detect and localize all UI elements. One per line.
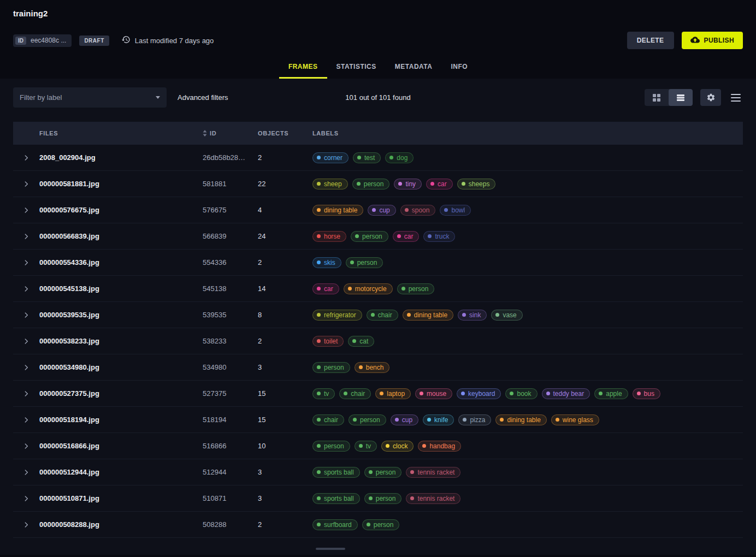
- label-chip: cup: [391, 414, 418, 425]
- label-chip-text: motorcycle: [355, 285, 387, 293]
- label-chip-text: chair: [324, 416, 338, 424]
- cloud-upload-icon: [690, 37, 700, 44]
- column-header-id[interactable]: ID: [203, 130, 258, 137]
- label-chip: bowl: [440, 205, 471, 216]
- label-chip: sheep: [312, 179, 348, 189]
- label-color-dot: [357, 156, 361, 159]
- table-row[interactable]: 000000508288.jpg5082882surfboardperson: [13, 512, 743, 538]
- row-expand-chevron-icon[interactable]: [20, 335, 32, 347]
- label-color-dot: [380, 392, 383, 395]
- label-color-dot: [510, 392, 513, 395]
- row-expand-chevron-icon[interactable]: [20, 204, 32, 216]
- file-name: 000000534980.jpg: [39, 363, 203, 371]
- page-title: training2: [13, 9, 743, 18]
- label-chip-text: bus: [644, 390, 654, 398]
- table-row[interactable]: 000000510871.jpg5108713sports ballperson…: [13, 485, 743, 512]
- advanced-filters-link[interactable]: Advanced filters: [173, 89, 233, 106]
- filter-by-label-select[interactable]: Filter by label: [13, 87, 167, 108]
- table-row[interactable]: 000000581881.jpg58188122sheeppersontinyc…: [13, 171, 743, 197]
- file-name: 000000510871.jpg: [39, 494, 203, 502]
- last-modified-text: Last modified 7 days ago: [135, 37, 214, 45]
- table-row[interactable]: 000000512944.jpg5129443sports ballperson…: [13, 459, 743, 485]
- label-chip: apple: [594, 388, 628, 399]
- frame-id: 518194: [203, 416, 258, 424]
- objects-count: 2: [258, 520, 312, 529]
- label-chip-text: chair: [378, 311, 392, 319]
- label-chip: chair: [339, 388, 371, 399]
- table-row[interactable]: 000000576675.jpg5766754dining tablecupsp…: [13, 197, 743, 223]
- row-expand-chevron-icon[interactable]: [20, 440, 32, 452]
- label-chip: cup: [368, 205, 395, 216]
- row-expand-chevron-icon[interactable]: [20, 466, 32, 478]
- tab-frames[interactable]: FRAMES: [279, 56, 327, 79]
- label-chip: person: [397, 283, 435, 294]
- label-chip-text: vase: [503, 311, 516, 319]
- label-color-dot: [317, 496, 321, 500]
- label-chips: persontvclockhandbag: [312, 441, 743, 452]
- publish-button[interactable]: PUBLISH: [682, 32, 743, 49]
- tab-statistics[interactable]: STATISTICS: [327, 56, 386, 79]
- file-name: 000000527375.jpg: [39, 389, 203, 398]
- label-chip: person: [312, 362, 350, 373]
- label-chip: surfboard: [312, 519, 358, 530]
- table-row[interactable]: 000000527375.jpg52737515tvchairlaptopmou…: [13, 381, 743, 407]
- frame-id: 516866: [203, 442, 258, 450]
- table-row[interactable]: 000000545138.jpg54513814carmotorcycleper…: [13, 276, 743, 302]
- horizontal-scrollbar-thumb[interactable]: [316, 548, 345, 550]
- label-chip: keyboard: [457, 388, 501, 399]
- filter-bar: Filter by label Advanced filters 101 out…: [13, 79, 743, 108]
- label-chip-text: cup: [402, 416, 412, 424]
- label-chip: wine glass: [551, 414, 599, 425]
- row-expand-chevron-icon[interactable]: [20, 414, 32, 426]
- table-row[interactable]: 2008_002904.jpg26db58b28…2cornertestdog: [13, 145, 743, 171]
- row-expand-chevron-icon[interactable]: [20, 519, 32, 531]
- list-view-button[interactable]: [669, 89, 693, 106]
- label-chip-text: bowl: [451, 206, 465, 214]
- label-chip-text: surfboard: [324, 521, 352, 529]
- tab-info[interactable]: INFO: [441, 56, 477, 79]
- label-chip-text: sports ball: [324, 495, 354, 502]
- label-chip-text: tv: [324, 390, 329, 398]
- tab-metadata[interactable]: METADATA: [386, 56, 442, 79]
- settings-button[interactable]: [700, 89, 721, 106]
- row-expand-chevron-icon[interactable]: [20, 493, 32, 505]
- objects-count: 10: [258, 442, 312, 450]
- label-color-dot: [637, 392, 641, 395]
- delete-button[interactable]: DELETE: [627, 32, 674, 49]
- row-expand-chevron-icon[interactable]: [20, 362, 32, 374]
- file-name: 000000576675.jpg: [39, 206, 203, 214]
- label-chip-text: corner: [324, 154, 342, 162]
- label-chip-text: person: [362, 233, 382, 240]
- objects-count: 22: [258, 180, 312, 188]
- gear-icon: [706, 93, 716, 102]
- column-header-files: FILES: [39, 130, 203, 137]
- row-expand-chevron-icon[interactable]: [20, 257, 32, 269]
- table-row[interactable]: 000000518194.jpg51819415chairpersoncupkn…: [13, 407, 743, 433]
- table-row[interactable]: 000000539535.jpg5395358refrigeratorchair…: [13, 302, 743, 328]
- table-row[interactable]: 000000554336.jpg5543362skisperson: [13, 250, 743, 276]
- table-row[interactable]: 000000516866.jpg51686610persontvclockhan…: [13, 433, 743, 459]
- row-expand-chevron-icon[interactable]: [20, 230, 32, 242]
- label-chip: laptop: [375, 388, 411, 399]
- label-color-dot: [369, 496, 373, 500]
- label-chip: sports ball: [312, 493, 360, 504]
- menu-button[interactable]: [729, 89, 743, 106]
- grid-view-button[interactable]: [645, 89, 669, 106]
- frame-id: 545138: [203, 285, 258, 293]
- table-row[interactable]: 000000534980.jpg5349803personbench: [13, 354, 743, 381]
- view-mode-toggle: [645, 89, 693, 106]
- table-row[interactable]: 000000566839.jpg56683924horsepersoncartr…: [13, 223, 743, 250]
- row-expand-chevron-icon[interactable]: [20, 309, 32, 321]
- row-expand-chevron-icon[interactable]: [20, 152, 32, 164]
- label-color-dot: [430, 182, 434, 186]
- row-expand-chevron-icon[interactable]: [20, 283, 32, 295]
- label-chip-text: test: [364, 154, 375, 162]
- file-name: 000000518194.jpg: [39, 416, 203, 424]
- label-chip-text: tennis racket: [417, 495, 454, 502]
- row-expand-chevron-icon[interactable]: [20, 388, 32, 400]
- status-badge: DRAFT: [79, 35, 109, 46]
- file-name: 000000538233.jpg: [39, 337, 203, 345]
- table-row[interactable]: 000000538233.jpg5382332toiletcat: [13, 328, 743, 354]
- row-expand-chevron-icon[interactable]: [20, 178, 32, 190]
- label-chip: car: [426, 179, 453, 189]
